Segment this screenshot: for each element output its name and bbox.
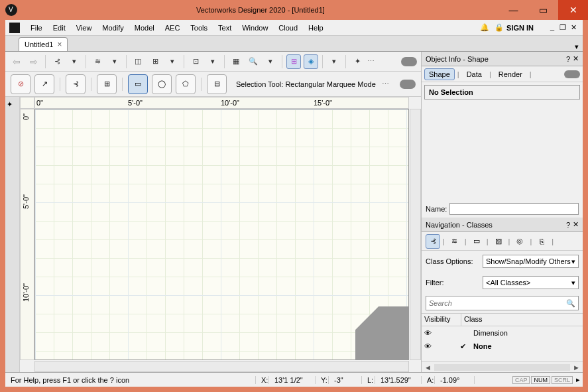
view-mode-1-icon[interactable]: ⊞: [286, 54, 301, 69]
class-row[interactable]: 👁 ✔ None: [422, 340, 583, 353]
menu-window[interactable]: Window: [237, 21, 273, 35]
toolbar-more[interactable]: ⋯: [367, 57, 376, 66]
scroll-right-icon[interactable]: ►: [573, 363, 580, 371]
canvas-area: ✦ 0" 5'-0" 10'-0" 15'-0" 0" 5'-0" 10'-0"…: [5, 97, 421, 372]
object-info-header[interactable]: Object Info - Shape ? ✕: [422, 52, 583, 66]
tab-shape[interactable]: Shape: [424, 68, 455, 80]
search-input[interactable]: [429, 299, 566, 307]
menu-text[interactable]: Text: [213, 21, 237, 35]
menu-modify[interactable]: Modify: [97, 21, 129, 35]
menu-file[interactable]: File: [25, 21, 48, 35]
working-plane-icon[interactable]: ⊞: [148, 54, 162, 69]
vertical-ruler[interactable]: 0" 5'-0" 10'-0" 15'-0": [20, 109, 34, 360]
fit-icon[interactable]: ▦: [229, 54, 243, 69]
classes-icon[interactable]: ⊰: [50, 54, 64, 69]
app-menu-icon[interactable]: [9, 23, 20, 33]
object-info-tabs: Shape | Data | Render |: [422, 66, 583, 82]
marquee-polygon-icon[interactable]: ⬠: [176, 74, 196, 94]
menu-view[interactable]: View: [71, 21, 97, 35]
saved-views-icon[interactable]: ▾: [165, 54, 180, 69]
mode-3-icon[interactable]: ⊰: [66, 74, 86, 94]
flyover-icon[interactable]: ✦: [350, 54, 365, 69]
class-row[interactable]: 👁 Dimension: [422, 326, 583, 340]
scale-icon[interactable]: ⊡: [188, 54, 203, 69]
minimize-button[interactable]: —: [499, 0, 528, 20]
navigation-header[interactable]: Navigation - Classes ? ✕: [422, 218, 583, 232]
document-tab[interactable]: Untitled1 ×: [19, 37, 68, 51]
l-value: 13'1.529": [375, 376, 422, 384]
close-button[interactable]: ✕: [558, 0, 588, 20]
navigation-help-icon[interactable]: ?: [566, 221, 570, 229]
visibility-eye-icon[interactable]: 👁: [422, 329, 434, 337]
render-icon[interactable]: ▾: [327, 54, 341, 69]
nav-ref-icon[interactable]: ⎘: [534, 234, 549, 249]
dropdown-1[interactable]: ▾: [67, 54, 82, 69]
nav-classes-icon[interactable]: ⊰: [426, 234, 440, 249]
layers-icon[interactable]: ≋: [90, 54, 105, 69]
check-icon: ✔: [460, 342, 469, 351]
palette-tool-1[interactable]: ✦: [6, 99, 19, 113]
navigation-close-icon[interactable]: ✕: [573, 220, 579, 229]
nav-sheet-icon[interactable]: ▭: [469, 234, 484, 249]
mode-wall-icon[interactable]: ⊟: [207, 74, 227, 94]
search-box[interactable]: 🔍: [426, 296, 579, 310]
tool-options-more[interactable]: ⋯: [382, 80, 390, 88]
visibility-eye-icon[interactable]: 👁: [422, 342, 434, 350]
menu-edit[interactable]: Edit: [48, 21, 71, 35]
object-info-close-icon[interactable]: ✕: [573, 54, 579, 63]
menu-aec[interactable]: AEC: [160, 21, 186, 35]
maximize-button[interactable]: ▭: [528, 0, 558, 20]
class-scrollbar[interactable]: ◄ ►: [422, 361, 583, 372]
status-help: For Help, press F1 or click the ? icon: [5, 376, 256, 384]
mode-2-icon[interactable]: ↗: [34, 74, 54, 94]
search-icon[interactable]: 🔍: [566, 299, 575, 308]
class-options-select[interactable]: Show/Snap/Modify Others: [483, 255, 579, 268]
menu-bar: File Edit View Modify Model AEC Tools Te…: [5, 20, 583, 36]
resize-grip-icon[interactable]: ▸: [573, 375, 583, 384]
plane-icon[interactable]: ◫: [131, 54, 145, 69]
menu-help[interactable]: Help: [303, 21, 329, 35]
sign-in-label: SIGN IN: [506, 24, 534, 32]
view-mode-2-icon[interactable]: ◈: [304, 54, 318, 69]
menu-cloud[interactable]: Cloud: [273, 21, 303, 35]
nav-forward-button[interactable]: ⇨: [27, 54, 41, 69]
tab-render[interactable]: Render: [494, 68, 527, 80]
nav-back-button[interactable]: ⇦: [9, 54, 24, 69]
bell-icon[interactable]: 🔔: [480, 23, 489, 32]
zoom-icon[interactable]: 🔍: [246, 54, 261, 69]
toolbar-toggle[interactable]: [401, 57, 417, 66]
mode-1-icon[interactable]: ⊘: [11, 74, 30, 94]
dropdown-3[interactable]: ▾: [206, 54, 220, 69]
scroll-left-icon[interactable]: ◄: [424, 363, 432, 371]
vertical-scrollbar[interactable]: [410, 109, 421, 360]
mode-4-icon[interactable]: ⊞: [97, 74, 117, 94]
menu-tools[interactable]: Tools: [185, 21, 213, 35]
nav-viewport-icon[interactable]: ▨: [491, 234, 506, 249]
lock-icon: 🔒: [495, 23, 504, 32]
document-tab-close-icon[interactable]: ×: [57, 40, 62, 49]
dropdown-2[interactable]: ▾: [107, 54, 122, 69]
tool-options-toggle[interactable]: [400, 80, 416, 89]
nav-saved-icon[interactable]: ◎: [512, 234, 527, 249]
object-info-toggle[interactable]: [564, 70, 580, 78]
col-class[interactable]: Class: [461, 314, 583, 326]
dropdown-4[interactable]: ▾: [263, 54, 278, 69]
nav-layers-icon[interactable]: ≋: [447, 234, 462, 249]
document-tabs-dropdown[interactable]: ▾: [575, 42, 579, 51]
object-info-help-icon[interactable]: ?: [566, 55, 570, 63]
col-visibility[interactable]: Visibility: [422, 314, 461, 326]
mdi-restore[interactable]: ❐: [558, 23, 568, 32]
horizontal-ruler[interactable]: 0" 5'-0" 10'-0" 15'-0": [34, 97, 409, 109]
mdi-minimize[interactable]: _: [547, 23, 558, 32]
tab-data[interactable]: Data: [462, 68, 487, 80]
marquee-lasso-icon[interactable]: ◯: [152, 74, 172, 94]
filter-select[interactable]: <All Classes>: [483, 276, 579, 289]
marquee-rect-icon[interactable]: ▭: [128, 74, 148, 94]
drawing-canvas[interactable]: [34, 109, 409, 360]
menu-model[interactable]: Model: [129, 21, 160, 35]
mdi-close[interactable]: ✕: [568, 23, 579, 32]
name-field[interactable]: [449, 203, 579, 215]
grid: [35, 109, 408, 359]
sign-in-button[interactable]: 🔒 SIGN IN: [495, 23, 536, 32]
horizontal-scrollbar[interactable]: [34, 361, 409, 372]
